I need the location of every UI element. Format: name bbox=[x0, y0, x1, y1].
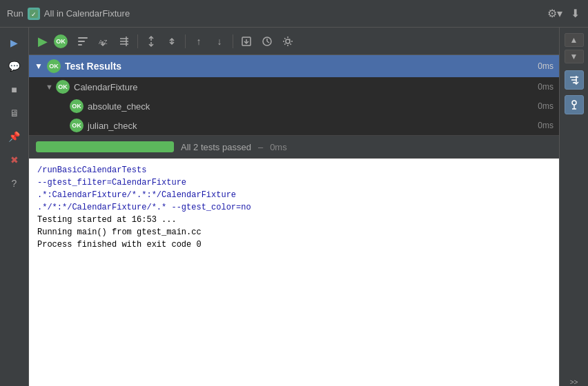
tree-arrow-calendar: ▼ bbox=[46, 83, 52, 91]
console-line-2: --gtest_filter=CalendarFixture bbox=[37, 176, 551, 189]
scroll-up-button[interactable]: ▲ bbox=[565, 33, 584, 47]
ok-badge: OK bbox=[54, 34, 68, 48]
run-button[interactable]: ▶ bbox=[33, 32, 52, 51]
tree-item-absolute-check[interactable]: OK absolute_check 0ms bbox=[29, 96, 559, 116]
ok-badge-julian: OK bbox=[70, 119, 84, 132]
tree-item-julian-check[interactable]: OK julian_check 0ms bbox=[29, 116, 559, 135]
filter-button[interactable] bbox=[565, 70, 584, 90]
sidebar-close-btn[interactable]: ✖ bbox=[5, 150, 24, 170]
toolbar: ▶ OK A Z bbox=[29, 28, 559, 55]
expand-all-button[interactable] bbox=[141, 32, 161, 51]
expand-more-button[interactable]: >> bbox=[570, 378, 578, 386]
console-line-6: Running main() from gtest_main.cc bbox=[37, 226, 551, 238]
svg-rect-4 bbox=[78, 44, 82, 45]
console-line-1: /runBasicCalendarTests bbox=[37, 164, 551, 176]
download-button[interactable]: ⬇ bbox=[569, 6, 581, 21]
toolbar-separator-1 bbox=[137, 34, 138, 48]
progress-label: All 2 tests passed bbox=[181, 142, 251, 152]
console-area[interactable]: /runBasicCalendarTests --gtest_filter=Ca… bbox=[29, 159, 559, 386]
sidebar-monitor-btn[interactable]: 🖥 bbox=[5, 103, 24, 123]
gear-button[interactable]: ⚙▾ bbox=[546, 6, 564, 21]
results-panel: ▼ OK Test Results 0ms ▼ OK CalendarFixtu… bbox=[29, 55, 559, 386]
collapse-all-button[interactable] bbox=[162, 32, 182, 51]
sidebar-stop-btn[interactable]: ■ bbox=[5, 80, 24, 99]
export-button[interactable] bbox=[237, 32, 256, 51]
sort-button[interactable] bbox=[73, 32, 92, 51]
settings-button[interactable] bbox=[278, 32, 297, 51]
tree-time-julian: 0ms bbox=[538, 121, 553, 130]
svg-text:✓: ✓ bbox=[31, 11, 37, 18]
sidebar-help-btn[interactable]: ? bbox=[5, 174, 24, 193]
tree-label-julian: julian_check bbox=[88, 121, 538, 131]
console-line-3: .*:CalendarFixture/*.*:*/CalendarFixture bbox=[37, 189, 551, 201]
up-button[interactable]: ↑ bbox=[189, 32, 208, 51]
progress-area: All 2 tests passed – 0ms bbox=[29, 136, 559, 159]
svg-line-20 bbox=[267, 41, 269, 43]
right-panel: ▲ ▼ >> bbox=[559, 28, 588, 386]
svg-rect-3 bbox=[78, 41, 85, 42]
run-icon: ✓ bbox=[28, 8, 40, 20]
console-line-5: Testing started at 16:53 ... bbox=[37, 214, 551, 226]
sidebar-run-btn[interactable]: ▶ bbox=[5, 33, 24, 52]
tree-label-calendar: CalendarFixture bbox=[74, 82, 538, 92]
scroll-down-button[interactable]: ▼ bbox=[565, 50, 584, 63]
tree-item-calendar-fixture[interactable]: ▼ OK CalendarFixture 0ms bbox=[29, 77, 559, 96]
tree-label-absolute: absolute_check bbox=[88, 101, 538, 112]
down-button[interactable]: ↓ bbox=[210, 32, 229, 51]
main-container: ▶ 💬 ■ 🖥 📌 ✖ ? ▶ OK A Z bbox=[0, 28, 588, 386]
run-label: Run bbox=[7, 8, 23, 19]
console-line-4: .*/*:*/CalendarFixture/*.* --gtest_color… bbox=[37, 201, 551, 214]
ok-badge-absolute: OK bbox=[70, 99, 84, 113]
svg-rect-2 bbox=[78, 37, 88, 39]
window-title: All in CalendarFixture bbox=[44, 8, 546, 19]
tree-area: ▼ OK Test Results 0ms ▼ OK CalendarFixtu… bbox=[29, 55, 559, 136]
sort-az-button[interactable]: A Z bbox=[94, 32, 113, 51]
content-area: ▶ OK A Z bbox=[29, 28, 559, 386]
sidebar-chat-btn[interactable]: 💬 bbox=[5, 57, 24, 76]
progress-bar-wrap bbox=[36, 141, 174, 152]
pin-panel-button[interactable] bbox=[565, 95, 584, 114]
tree-header[interactable]: ▼ OK Test Results 0ms bbox=[29, 55, 559, 77]
tree-header-arrow: ▼ bbox=[35, 61, 43, 71]
clock-button[interactable] bbox=[257, 32, 277, 51]
svg-point-26 bbox=[572, 101, 576, 105]
progress-bar-fill bbox=[36, 141, 174, 152]
tree-time-absolute: 0ms bbox=[538, 101, 553, 111]
title-bar-actions: ⚙▾ ⬇ bbox=[546, 6, 581, 21]
tree-time-calendar: 0ms bbox=[538, 82, 553, 92]
ok-badge-calendar: OK bbox=[56, 80, 70, 94]
sidebar-pin-btn[interactable]: 📌 bbox=[5, 127, 24, 146]
left-sidebar: ▶ 💬 ■ 🖥 📌 ✖ ? bbox=[0, 28, 29, 386]
toolbar-separator-2 bbox=[185, 34, 186, 48]
sort-custom-button[interactable] bbox=[115, 32, 134, 51]
tree-header-time: 0ms bbox=[538, 61, 553, 71]
progress-separator: – bbox=[258, 142, 263, 152]
tree-header-label: Test Results bbox=[65, 61, 538, 72]
console-line-7: Process finished with exit code 0 bbox=[37, 238, 551, 251]
title-bar: Run ✓ All in CalendarFixture ⚙▾ ⬇ bbox=[0, 0, 588, 28]
toolbar-separator-3 bbox=[233, 34, 233, 48]
progress-time: 0ms bbox=[270, 142, 287, 152]
header-ok-badge: OK bbox=[47, 59, 61, 73]
